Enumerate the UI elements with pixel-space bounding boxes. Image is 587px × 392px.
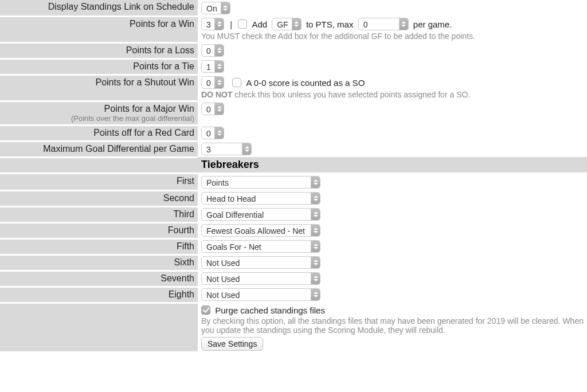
label-tiebreaker-2: Second <box>163 193 194 203</box>
stepper-icon <box>214 103 224 115</box>
checkbox-add-gf[interactable] <box>238 19 247 29</box>
select-tiebreaker-2[interactable]: Head to Head <box>201 192 320 205</box>
select-tiebreaker-6-value: Not Used <box>202 257 311 268</box>
select-points-shutout-value: 0 <box>202 77 214 88</box>
select-points-major-value: 0 <box>202 103 214 115</box>
label-tiebreaker-1: First <box>177 176 194 186</box>
select-max-diff[interactable]: 3 <box>201 143 252 155</box>
select-tiebreaker-5-value: Goals For - Net <box>202 241 311 252</box>
label-tiebreaker-4: Fourth <box>168 225 194 235</box>
label-tiebreaker-6: Sixth <box>174 257 194 267</box>
hint-shutout-rest: check this box unless you have selected … <box>232 90 470 99</box>
stepper-icon <box>214 127 224 139</box>
select-points-redcard[interactable]: 0 <box>201 127 224 139</box>
checkbox-so-count[interactable] <box>232 78 241 87</box>
select-tiebreaker-6[interactable]: Not Used <box>201 256 320 269</box>
save-button[interactable]: Save Settings <box>201 337 263 351</box>
label-purge: Purge cached standings files <box>215 305 325 315</box>
select-points-shutout[interactable]: 0 <box>201 76 224 89</box>
select-points-tie[interactable]: 1 <box>201 60 224 73</box>
select-tiebreaker-8[interactable]: Not Used <box>201 288 320 301</box>
stepper-icon <box>221 2 230 14</box>
select-tiebreaker-7-value: Not Used <box>202 273 311 284</box>
select-tiebreaker-1[interactable]: Points <box>201 176 320 189</box>
select-tiebreaker-3[interactable]: Goal Differential <box>201 208 320 221</box>
stepper-icon <box>311 257 320 268</box>
label-tiebreaker-5: Fifth <box>177 241 194 251</box>
label-max-diff: Maximum Goal Differential per Game <box>43 144 194 154</box>
section-header-tiebreakers: Tiebreakers <box>201 159 259 170</box>
select-max-diff-value: 3 <box>202 143 242 155</box>
select-tiebreaker-7[interactable]: Not Used <box>201 272 320 285</box>
select-max-per-game[interactable]: 0 <box>358 18 409 30</box>
select-gf-value: GF <box>272 18 291 30</box>
stepper-icon <box>214 77 224 88</box>
select-tiebreaker-2-value: Head to Head <box>202 193 311 204</box>
stepper-icon <box>311 209 320 220</box>
select-points-win[interactable]: 3 <box>201 18 224 30</box>
select-points-tie-value: 1 <box>202 61 214 72</box>
stepper-icon <box>242 143 251 155</box>
stepper-icon <box>311 225 320 236</box>
sublabel-points-major: (Points over the max goal differential) <box>3 114 194 123</box>
stepper-icon <box>311 177 320 188</box>
select-tiebreaker-1-value: Points <box>202 177 311 188</box>
stepper-icon <box>399 18 408 30</box>
hint-shutout-strong: DO NOT <box>201 90 232 99</box>
label-points-redcard: Points off for a Red Card <box>93 128 194 138</box>
select-gf[interactable]: GF <box>272 18 301 30</box>
stepper-icon <box>292 18 301 30</box>
checkbox-purge[interactable] <box>201 305 210 315</box>
select-points-redcard-value: 0 <box>202 127 214 139</box>
select-points-win-value: 3 <box>202 18 214 30</box>
select-points-loss[interactable]: 0 <box>201 44 224 57</box>
label-points-major: Points for a Major Win <box>104 104 194 113</box>
select-tiebreaker-5[interactable]: Goals For - Net <box>201 240 320 253</box>
separator: | <box>230 19 232 29</box>
stepper-icon <box>311 193 320 204</box>
select-points-loss-value: 0 <box>202 45 214 56</box>
stepper-icon <box>214 45 224 56</box>
stepper-icon <box>214 61 224 72</box>
label-tiebreaker-3: Third <box>174 209 194 219</box>
stepper-icon <box>311 289 320 300</box>
label-so-count: A 0-0 score is counted as a SO <box>246 78 365 88</box>
stepper-icon <box>214 18 224 30</box>
select-tiebreaker-4-value: Fewest Goals Allowed - Net <box>202 225 311 236</box>
hint-purge: By checking this option, all the standin… <box>201 316 584 335</box>
label-per-game: per game. <box>413 19 452 29</box>
stepper-icon <box>311 241 320 252</box>
label-tiebreaker-8: Eighth <box>169 289 194 299</box>
select-tiebreaker-4[interactable]: Fewest Goals Allowed - Net <box>201 224 320 237</box>
select-points-major[interactable]: 0 <box>201 103 224 115</box>
label-points-loss: Points for a Loss <box>126 45 194 55</box>
select-max-per-game-value: 0 <box>359 18 399 30</box>
label-add: Add <box>252 19 267 29</box>
select-tiebreaker-8-value: Not Used <box>202 289 311 300</box>
stepper-icon <box>311 273 320 284</box>
label-tiebreaker-7: Seventh <box>161 273 194 283</box>
hint-points-win: You MUST check the Add box for the addit… <box>201 32 584 41</box>
label-points-tie: Points for a Tie <box>133 61 194 71</box>
select-tiebreaker-3-value: Goal Differential <box>202 209 311 220</box>
select-display-link-value: On <box>202 2 221 14</box>
label-to-pts-max: to PTS, max <box>306 19 354 29</box>
label-points-win: Points for a Win <box>130 19 194 29</box>
label-display-link: Display Standings Link on Schedule <box>48 2 194 11</box>
select-display-link[interactable]: On <box>201 2 230 14</box>
label-points-shutout: Points for a Shutout Win <box>95 77 194 87</box>
hint-shutout: DO NOT check this box unless you have se… <box>201 90 584 99</box>
